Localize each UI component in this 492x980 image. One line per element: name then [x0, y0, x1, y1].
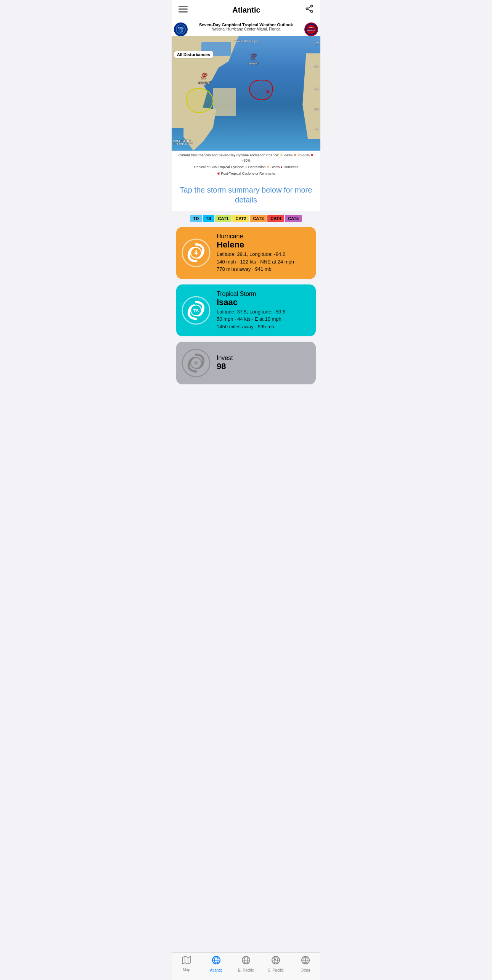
isaac-map-marker[interactable]: ⛈ ISAAC — [249, 53, 259, 65]
svg-rect-1 — [178, 9, 188, 10]
svg-rect-0 — [178, 6, 188, 7]
lat-15n: 15N — [314, 108, 319, 111]
map-timestamp: 07:54 PM EDTThu Sep 26 2024 — [173, 140, 194, 145]
helene-card-info: Hurricane Helene Latitude: 29.1, Longitu… — [217, 233, 310, 273]
lat-5n: 5N — [315, 128, 319, 130]
tropical-map[interactable]: ✕ ⛈ HELENE ⛈ ISAAC 45N 35N 25N 15N 5N ww… — [172, 36, 320, 151]
noaa-logo: NOAA — [174, 22, 188, 36]
cat-1: CAT1 — [215, 215, 232, 222]
helene-map-marker[interactable]: ⛈ HELENE — [198, 73, 211, 85]
all-disturbances-badge[interactable]: All Disturbances — [174, 51, 213, 58]
helene-map-label: HELENE — [198, 81, 211, 85]
isaac-icon: ⛈ — [250, 53, 257, 61]
invest98-type: Invest — [217, 355, 310, 361]
cat-4: CAT4 — [267, 215, 284, 222]
land-caribbean — [213, 88, 236, 116]
map-title: Seven-Day Graphical Tropical Weather Out… — [189, 22, 303, 27]
svg-text:4: 4 — [195, 249, 198, 256]
svg-text:weather.gov: weather.gov — [307, 29, 315, 31]
invest98-card[interactable]: Invest 98 — [176, 342, 316, 384]
isaac-card-icon: TS — [181, 295, 211, 326]
invest98-card-info: Invest 98 — [217, 355, 310, 371]
lat-45n: 45N — [314, 42, 319, 45]
app-header: Atlantic — [172, 0, 320, 20]
isaac-card[interactable]: TS Tropical Storm Isaac Latitude: 37.5, … — [176, 284, 316, 337]
share-icon[interactable] — [305, 5, 314, 15]
nws-logo: NWS weather.gov — [304, 22, 318, 36]
helene-card[interactable]: 4 Hurricane Helene Latitude: 29.1, Longi… — [176, 227, 316, 279]
helene-type: Hurricane — [217, 233, 310, 240]
helene-card-icon: 4 — [181, 238, 211, 268]
category-scale: TD TS CAT1 CAT2 CAT3 CAT4 CAT5 — [172, 211, 320, 227]
cat-ts: TS — [203, 215, 214, 222]
map-container: NOAA Seven-Day Graphical Tropical Weathe… — [172, 20, 320, 178]
svg-point-4 — [306, 8, 308, 10]
isaac-name: Isaac — [217, 297, 310, 307]
isaac-type: Tropical Storm — [217, 291, 310, 297]
menu-icon[interactable] — [178, 5, 188, 15]
map-legend: Current Disturbances and Seven-Day Cyclo… — [172, 151, 320, 178]
invest98-name: 98 — [217, 361, 310, 371]
main-content: NOAA Seven-Day Graphical Tropical Weathe… — [172, 20, 320, 424]
svg-rect-2 — [178, 11, 188, 13]
helene-icon: ⛈ — [201, 73, 208, 81]
map-subtitle: National Hurricane Center Miami, Florida — [189, 27, 303, 31]
isaac-card-info: Tropical Storm Isaac Latitude: 37.5, Lon… — [217, 291, 310, 331]
svg-line-7 — [308, 9, 311, 11]
helene-details: Latitude: 29.1, Longitude: -84.2 140 mph… — [217, 251, 310, 273]
helene-name: Helene — [217, 240, 310, 250]
svg-point-5 — [311, 11, 313, 13]
lat-35n: 35N — [314, 65, 319, 67]
invest-red-x: ✕ — [265, 89, 270, 95]
page-title: Atlantic — [232, 6, 260, 14]
svg-text:TS: TS — [193, 308, 199, 313]
svg-text:NWS: NWS — [309, 26, 314, 29]
svg-point-3 — [311, 5, 313, 7]
isaac-map-label: ISAAC — [249, 62, 259, 65]
invest98-card-icon — [181, 348, 211, 378]
cat-2: CAT2 — [232, 215, 249, 222]
cat-3: CAT3 — [250, 215, 267, 222]
cat-td: TD — [190, 215, 202, 222]
tap-instruction: Tap the storm summary below for more det… — [172, 178, 320, 211]
website-label: www.hurricanes.gov — [234, 40, 258, 42]
map-header-text: Seven-Day Graphical Tropical Weather Out… — [188, 22, 304, 31]
svg-point-24 — [194, 361, 198, 365]
cat-5: CAT5 — [285, 215, 302, 222]
isaac-details: Latitude: 37.5, Longitude: -50.6 50 mph … — [217, 308, 310, 331]
lat-25n: 25N — [314, 88, 319, 90]
svg-line-6 — [308, 6, 311, 8]
